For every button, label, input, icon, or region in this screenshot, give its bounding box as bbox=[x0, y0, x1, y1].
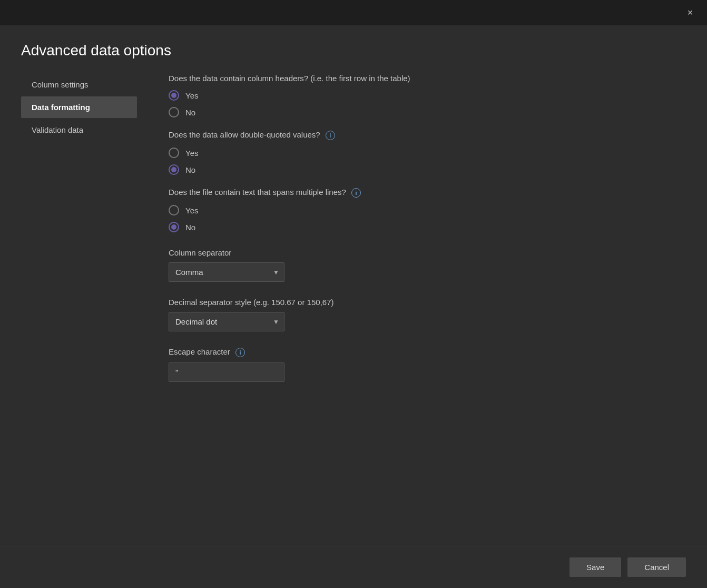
decimal-separator-label: Decimal separator style (e.g. 150.67 or … bbox=[169, 298, 681, 307]
q2-info-icon[interactable]: i bbox=[326, 131, 335, 140]
q2-yes-label: Yes bbox=[185, 149, 198, 158]
close-button[interactable]: × bbox=[682, 4, 699, 21]
decimal-separator-wrapper: Decimal dot Decimal comma ▼ bbox=[169, 312, 284, 331]
footer: Save Cancel bbox=[0, 546, 707, 588]
cancel-button[interactable]: Cancel bbox=[627, 557, 686, 577]
q3-yes-option[interactable]: Yes bbox=[169, 205, 681, 215]
q3-no-label: No bbox=[185, 223, 195, 232]
q3-no-option[interactable]: No bbox=[169, 222, 681, 232]
escape-character-info-icon[interactable]: i bbox=[235, 348, 245, 357]
escape-character-section: Escape character i bbox=[169, 347, 681, 382]
q1-yes-radio[interactable] bbox=[169, 90, 179, 101]
escape-character-input[interactable] bbox=[169, 362, 284, 382]
page-title: Advanced data options bbox=[0, 25, 707, 74]
escape-character-label: Escape character i bbox=[169, 347, 681, 357]
q2-radio-group: Yes No bbox=[169, 148, 681, 175]
q1-radio-group: Yes No bbox=[169, 90, 681, 117]
q1-yes-option[interactable]: Yes bbox=[169, 90, 681, 101]
column-separator-select[interactable]: Comma Semicolon Tab Space Other bbox=[169, 262, 284, 282]
sidebar: Column settings Data formatting Validati… bbox=[21, 74, 137, 547]
column-separator-label: Column separator bbox=[169, 248, 681, 257]
q2-question: Does the data allow double-quoted values… bbox=[169, 130, 681, 140]
q1-no-label: No bbox=[185, 108, 195, 117]
q1-no-radio[interactable] bbox=[169, 107, 179, 117]
q1-yes-label: Yes bbox=[185, 91, 198, 100]
q3-yes-radio[interactable] bbox=[169, 205, 179, 215]
q3-info-icon[interactable]: i bbox=[351, 188, 361, 198]
main-content: Column settings Data formatting Validati… bbox=[0, 74, 707, 547]
content-area: Does the data contain column headers? (i… bbox=[137, 74, 707, 547]
q2-no-radio[interactable] bbox=[169, 164, 179, 175]
q2-yes-option[interactable]: Yes bbox=[169, 148, 681, 158]
sidebar-item-validation-data[interactable]: Validation data bbox=[21, 119, 137, 141]
column-separator-section: Column separator Comma Semicolon Tab Spa… bbox=[169, 248, 681, 282]
sidebar-item-column-settings[interactable]: Column settings bbox=[21, 74, 137, 95]
title-bar: × bbox=[0, 0, 707, 25]
q3-question: Does the file contain text that spans mu… bbox=[169, 188, 681, 198]
decimal-separator-section: Decimal separator style (e.g. 150.67 or … bbox=[169, 298, 681, 331]
q3-radio-group: Yes No bbox=[169, 205, 681, 232]
column-separator-wrapper: Comma Semicolon Tab Space Other ▼ bbox=[169, 262, 284, 282]
decimal-separator-select[interactable]: Decimal dot Decimal comma bbox=[169, 312, 284, 331]
q1-question: Does the data contain column headers? (i… bbox=[169, 74, 681, 83]
q1-no-option[interactable]: No bbox=[169, 107, 681, 117]
q2-no-label: No bbox=[185, 165, 195, 174]
q2-yes-radio[interactable] bbox=[169, 148, 179, 158]
q3-no-radio[interactable] bbox=[169, 222, 179, 232]
q2-no-option[interactable]: No bbox=[169, 164, 681, 175]
q3-yes-label: Yes bbox=[185, 206, 198, 215]
save-button[interactable]: Save bbox=[569, 557, 621, 577]
sidebar-item-data-formatting[interactable]: Data formatting bbox=[21, 96, 137, 118]
